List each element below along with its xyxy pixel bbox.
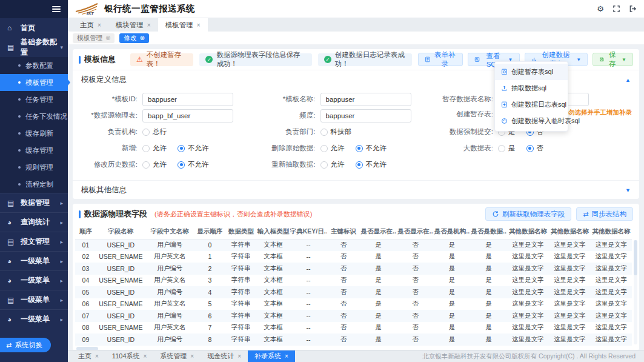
fullscreen-icon[interactable] <box>612 5 620 13</box>
breadcrumb-chip-template-mgmt[interactable]: 模板管理⊗ <box>73 33 115 43</box>
sidebar-item-param-config[interactable]: 参数配置 <box>0 57 68 74</box>
sidebar-item-task-dispatch[interactable]: 任务下发情况 <box>0 108 68 125</box>
sidebar-item-query-stats[interactable]: ◕ 查询统计 ▸ <box>0 212 68 232</box>
close-icon[interactable]: × <box>95 353 99 360</box>
vertical-scrollbar[interactable] <box>634 240 637 344</box>
horizontal-scrollbar[interactable] <box>76 347 636 350</box>
radio-add-deny[interactable]: 不允许 <box>178 144 209 153</box>
radio-org-headoffice[interactable]: 总行 <box>142 127 167 136</box>
radio-dept-tech[interactable]: 科技部 <box>320 127 352 136</box>
sidebar-item-task-mgmt[interactable]: 任务管理 <box>0 91 68 108</box>
column-header[interactable]: 字段中文名称 <box>145 224 194 239</box>
table-row[interactable]: 05 USER_ID 用户编号 4 字符串 文本框 -- 否 是 否 <box>75 286 632 298</box>
cell-field-cname: 用户英文名 <box>145 275 194 287</box>
bottom-tab-supplement-sys[interactable]: 补录系统× <box>248 350 295 362</box>
template-name-field[interactable] <box>320 93 411 106</box>
tab-home[interactable]: 主页× <box>73 18 108 32</box>
close-icon[interactable]: × <box>147 22 151 28</box>
column-header[interactable]: 数据类型 <box>225 224 256 239</box>
column-header[interactable]: 顺序 <box>75 224 96 239</box>
radio-reextract-allow[interactable]: 允许 <box>320 160 345 169</box>
sidebar-item-message-mgmt[interactable]: ▤ 报文管理 ▸ <box>0 232 68 251</box>
close-icon[interactable]: × <box>285 353 288 360</box>
form-supplement-button[interactable]: 表单补录 <box>418 53 463 66</box>
close-icon[interactable]: × <box>98 22 101 28</box>
column-header[interactable]: 其他数据名称 <box>591 224 632 239</box>
column-header[interactable]: 是否是机构.. <box>434 224 471 239</box>
sidebar-item-process-custom[interactable]: 流程定制 <box>0 176 68 193</box>
sidebar-item-cache-refresh[interactable]: 缓存刷新 <box>0 125 68 142</box>
sidebar-item-level1-menu-3[interactable]: ▤ 一级菜单 ▸ <box>0 290 68 309</box>
sync-structure-button[interactable]: ⇄ 同步表结构 <box>576 207 633 221</box>
sidebar-item-cache-mgmt[interactable]: 缓存管理 <box>0 142 68 159</box>
close-icon[interactable]: × <box>144 353 147 360</box>
radio-bigtable-yes[interactable]: 是 <box>498 144 516 153</box>
refresh-fields-button[interactable]: 刷新获取物理表字段 <box>485 207 572 221</box>
sidebar-item-template-mgmt[interactable]: 模板管理 <box>0 74 68 91</box>
sidebar-item-level1-menu-1[interactable]: ◕ 一级菜单 ▸ <box>0 251 68 270</box>
tab-module-mgmt[interactable]: 模块管理× <box>108 18 158 32</box>
section-template-other-info[interactable]: 模板其他信息 ▼ <box>73 180 639 199</box>
radio-delete-deny[interactable]: 不允许 <box>356 144 387 153</box>
column-header[interactable]: 是否显示在.. <box>360 224 397 239</box>
template-id-field[interactable] <box>142 93 233 106</box>
bottom-tab-home[interactable]: 主页× <box>71 350 105 362</box>
tab-template-mgmt[interactable]: 模板管理× <box>158 18 208 32</box>
sidebar-group-base-params[interactable]: ▤ 基础参数配置 ▾ <box>0 38 68 57</box>
column-header[interactable]: 字段名称 <box>96 224 145 239</box>
radio-modify-allow[interactable]: 允许 <box>142 160 167 169</box>
sidebar-item-level1-menu-2[interactable]: ◕ 一级菜单 ▸ <box>0 270 68 290</box>
collapse-down-icon[interactable]: ▼ <box>625 187 631 193</box>
logout-icon[interactable] <box>629 5 637 13</box>
table-row[interactable]: 03 USER_ID 用户编号 2 字符串 文本框 -- 否 是 否 <box>75 263 632 275</box>
sidebar-item-data-mgmt[interactable]: ▤ 数据管理 ▸ <box>0 193 68 212</box>
column-header[interactable]: 其他数据名称 <box>549 224 591 239</box>
table-row[interactable]: 02 USER_ENAME 用户英文名 1 字符串 文本框 -- 否 是 否 <box>75 251 632 263</box>
column-header[interactable]: 主键标识 <box>327 224 360 239</box>
system-switch-button[interactable]: ⇄ 系统切换 <box>0 338 51 352</box>
save-button[interactable]: 保存▼ <box>593 53 633 66</box>
breadcrumb-chip-edit[interactable]: 修改⊗ <box>119 33 148 43</box>
radio-reextract-deny[interactable]: 不允许 <box>356 160 387 169</box>
bottom-tab-1104[interactable]: 1104系统× <box>105 350 154 362</box>
column-header[interactable]: 其他数据名称 <box>507 224 549 239</box>
sidebar-item-home[interactable]: ⌂ 首页 <box>0 18 68 38</box>
close-circle-icon[interactable]: ⊗ <box>139 35 144 41</box>
source-physical-table-field[interactable] <box>142 109 233 122</box>
menu-item-create-staging-sql[interactable]: 创建暂存表sql <box>495 64 568 80</box>
menu-item-create-import-temp-table-sql[interactable]: 创建数据导入临时表sql <box>495 113 568 129</box>
table-row[interactable]: 04 USER_ENAME 用户英文名 3 字符串 文本框 -- 否 是 否 <box>75 275 632 287</box>
close-icon[interactable]: × <box>197 22 201 28</box>
radio-bigtable-no[interactable]: 否 <box>526 144 544 153</box>
collapse-up-icon[interactable]: ▲ <box>625 77 631 83</box>
column-header[interactable]: 是否是数据.. <box>470 224 507 239</box>
scrollbar-thumb[interactable] <box>76 347 98 350</box>
scrollbar-thumb[interactable] <box>634 240 637 275</box>
sidebar-item-rule-mgmt[interactable]: 规则管理 <box>0 159 68 176</box>
radio-delete-allow[interactable]: 允许 <box>320 144 345 153</box>
table-row[interactable]: 08 USER_ENAME 用户英文名 7 字符串 文本框 -- 否 是 否 <box>75 322 632 334</box>
collapse-sidebar-icon[interactable] <box>52 5 61 13</box>
sidebar-item-level1-menu-4[interactable]: ◕ 一级菜单 ▸ <box>0 309 68 329</box>
sidebar-item-label: 基础参数配置 <box>21 37 60 58</box>
menu-item-create-log-table-sql[interactable]: 创建数据日志表sql <box>495 96 568 113</box>
close-icon[interactable]: × <box>190 353 194 360</box>
close-circle-icon[interactable]: ⊗ <box>105 35 110 41</box>
radio-add-allow[interactable]: 允许 <box>142 144 167 153</box>
bottom-tab-cashstats[interactable]: 现金统计× <box>201 350 248 362</box>
bottom-tab-sysmgmt[interactable]: 系统管理× <box>153 350 201 362</box>
table-row[interactable]: 01 USER_ID 用户编号 0 字符串 文本框 -- 否 是 否 <box>75 239 632 251</box>
table-row[interactable]: 09 USER_ID 用户编号 8 字符串 文本框 -- 否 是 否 <box>75 334 632 346</box>
column-header[interactable]: 是否显示在.. <box>397 224 434 239</box>
frequency-field[interactable] <box>320 109 411 122</box>
table-row[interactable]: 07 USER_ID 用户编号 6 字符串 文本框 -- 否 是 否 <box>75 310 632 322</box>
settings-gear-icon[interactable]: ⚙ <box>597 5 604 13</box>
radio-modify-deny[interactable]: 不允许 <box>178 160 209 169</box>
close-icon[interactable]: × <box>237 353 241 360</box>
column-header[interactable]: 输入框类型 <box>257 224 290 239</box>
table-row[interactable]: 06 USER_ENAME 用户英文名 5 字符串 文本框 -- 否 是 否 <box>75 298 632 310</box>
app-window: ⌂ 首页 ▤ 基础参数配置 ▾ 参数配置 模板管理 任务管理 任务下发情况 缓存… <box>0 0 644 362</box>
menu-item-extract-data-sql[interactable]: 抽取数据sql <box>495 80 568 96</box>
column-header[interactable]: 显示顺序 <box>194 224 225 239</box>
column-header[interactable]: 字典KEY/日.. <box>290 224 327 239</box>
